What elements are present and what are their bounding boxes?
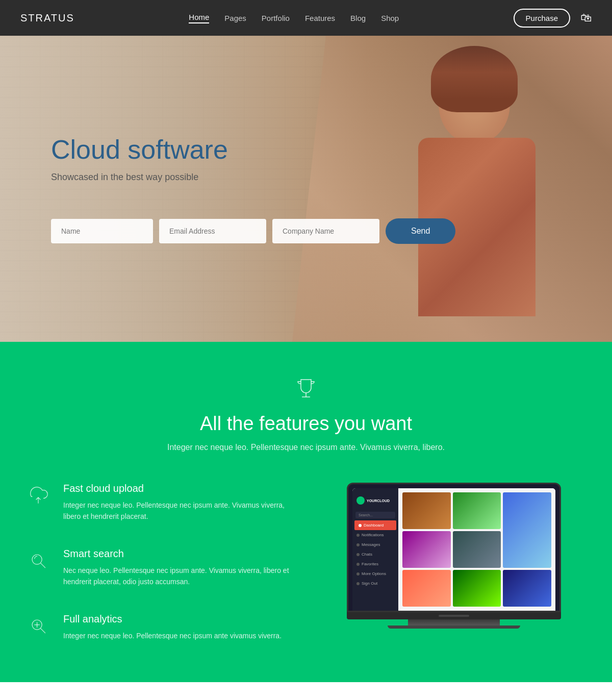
messages-dot (356, 543, 360, 546)
laptop-nav-signout: Sign Out (352, 579, 398, 588)
feature-analytics-text: Full analytics Integer nec neque leo. Pe… (63, 613, 282, 641)
app-name: YOURCLOUD (367, 499, 390, 503)
grid-cell-4 (402, 531, 451, 568)
feature-cloud-desc: Integer nec neque leo. Pellentesque nec … (63, 499, 291, 522)
grid-cell-1 (402, 492, 451, 529)
feature-search-text: Smart search Nec neque leo. Pellentesque… (63, 548, 291, 588)
app-logo: YOURCLOUD (352, 493, 398, 510)
svg-line-3 (41, 563, 45, 568)
laptop-nav-favorites: Favorites (352, 559, 398, 569)
laptop-nav-messages: Messages (352, 540, 398, 549)
nav-pages[interactable]: Pages (224, 14, 246, 22)
nav-shop[interactable]: Shop (381, 14, 399, 22)
send-button[interactable]: Send (386, 218, 455, 244)
laptop-notch (439, 615, 469, 617)
feature-cloud: Fast cloud upload Integer nec neque leo.… (26, 483, 291, 522)
hero-section: Cloud software Showcased in the best way… (0, 36, 612, 342)
trophy-icon (20, 378, 592, 405)
cart-icon[interactable]: 🛍 (580, 11, 592, 24)
analytics-icon (26, 613, 51, 639)
app-logo-icon (356, 496, 365, 505)
laptop-foot (388, 626, 520, 629)
laptop: YOURCLOUD Search... Dashboard Notificati… (347, 483, 561, 629)
feature-cloud-text: Fast cloud upload Integer nec neque leo.… (63, 483, 291, 522)
grid-cell-7 (453, 570, 501, 607)
search-icon (26, 548, 51, 573)
laptop-display: YOURCLOUD Search... Dashboard Notificati… (352, 488, 555, 611)
features-header: All the features you want Integer nec ne… (20, 378, 592, 452)
feature-analytics-title: Full analytics (63, 613, 282, 625)
brand-logo: STRATUS (20, 12, 74, 24)
grid-cell-3 (503, 492, 551, 568)
feature-search-title: Smart search (63, 548, 291, 560)
nav-blog[interactable]: Blog (350, 14, 366, 22)
grid-cell-8 (503, 570, 551, 607)
nav-links: Home Pages Portfolio Features Blog Shop (189, 13, 399, 23)
dashboard-dot (359, 524, 362, 527)
features-title: All the features you want (20, 413, 592, 435)
laptop-nav-dashboard: Dashboard (354, 520, 396, 530)
laptop-search: Search... (355, 512, 395, 518)
navbar-right: Purchase 🛍 (514, 9, 592, 28)
laptop-content-grid (398, 488, 555, 611)
svg-line-5 (41, 628, 45, 633)
nav-portfolio[interactable]: Portfolio (262, 14, 290, 22)
more-dot (356, 572, 360, 576)
notifications-dot (356, 534, 360, 537)
feature-search: Smart search Nec neque leo. Pellentesque… (26, 548, 291, 588)
cloud-icon (26, 483, 51, 508)
feature-analytics-desc: Integer nec neque leo. Pellentesque nec … (63, 630, 282, 641)
name-input[interactable] (51, 219, 153, 243)
features-subtitle: Integer nec neque leo. Pellentesque nec … (20, 443, 592, 452)
features-section: All the features you want Integer nec ne… (0, 342, 612, 682)
nav-home[interactable]: Home (189, 13, 209, 23)
nav-features[interactable]: Features (305, 14, 335, 22)
signout-dot (356, 582, 360, 585)
laptop-nav-more: More Options (352, 569, 398, 579)
hero-title: Cloud software (51, 134, 228, 165)
feature-search-desc: Nec neque leo. Pellentesque nec ipsum an… (63, 565, 291, 588)
hero-subtitle: Showcased in the best way possible (51, 172, 228, 183)
favorites-dot (356, 563, 360, 566)
grid-cell-6 (402, 570, 451, 607)
laptop-nav-notifications: Notifications (352, 530, 398, 540)
laptop-screen: YOURCLOUD Search... Dashboard Notificati… (347, 483, 561, 612)
laptop-sidebar: YOURCLOUD Search... Dashboard Notificati… (352, 488, 398, 611)
features-body: Fast cloud upload Integer nec neque leo.… (26, 483, 586, 641)
navbar: STRATUS Home Pages Portfolio Features Bl… (0, 0, 612, 36)
email-input[interactable] (159, 219, 266, 243)
laptop-mockup: YOURCLOUD Search... Dashboard Notificati… (321, 483, 586, 629)
company-input[interactable] (272, 219, 379, 243)
laptop-nav-chats: Chats (352, 549, 398, 559)
chats-dot (356, 553, 360, 556)
purchase-button[interactable]: Purchase (514, 9, 570, 28)
grid-cell-2 (453, 492, 501, 529)
grid-cell-5 (453, 531, 501, 568)
laptop-stand (408, 619, 500, 626)
features-list: Fast cloud upload Integer nec neque leo.… (26, 483, 291, 641)
feature-analytics: Full analytics Integer nec neque leo. Pe… (26, 613, 291, 641)
laptop-base (347, 612, 561, 619)
feature-cloud-title: Fast cloud upload (63, 483, 291, 494)
